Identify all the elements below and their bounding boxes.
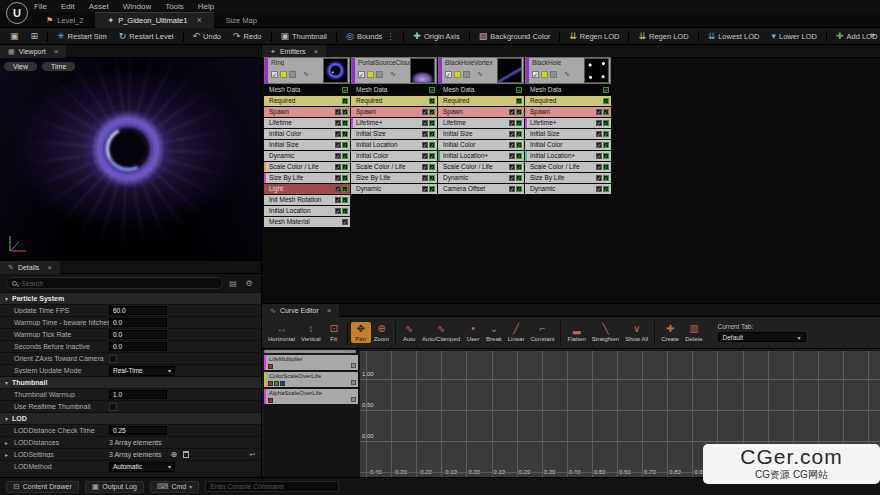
- module-curve-checkbox[interactable]: ✓: [516, 142, 522, 148]
- module-curve-checkbox[interactable]: ✓: [429, 87, 435, 93]
- module-curve-checkbox[interactable]: ✓: [603, 131, 609, 137]
- module-initial-location[interactable]: Initial Location✓✓: [351, 140, 437, 150]
- module-curve-checkbox[interactable]: ✓: [342, 87, 348, 93]
- property-checkbox[interactable]: [109, 355, 117, 363]
- section-header-thumbnail[interactable]: ▾Thumbnail: [0, 376, 261, 388]
- section-header-particle-system[interactable]: ▾Particle System: [0, 292, 261, 304]
- module-enabled-checkbox[interactable]: ✓: [422, 131, 428, 137]
- module-enabled-checkbox[interactable]: ✓: [422, 120, 428, 126]
- property-checkbox[interactable]: [109, 403, 117, 411]
- cmd-dropdown-button[interactable]: ⌨ Cmd ▾: [150, 481, 199, 493]
- module-curve-checkbox[interactable]: ✓: [429, 98, 435, 104]
- curve-tool-create[interactable]: ✚Create: [658, 322, 682, 343]
- emitter-enable-checkbox[interactable]: ✓: [271, 71, 278, 78]
- module-curve-checkbox[interactable]: ✓: [342, 175, 348, 181]
- module-curve-checkbox[interactable]: ✓: [429, 186, 435, 192]
- module-curve-checkbox[interactable]: ✓: [516, 120, 522, 126]
- module-enabled-checkbox[interactable]: ✓: [422, 153, 428, 159]
- module-spawn[interactable]: Spawn✓✓: [438, 107, 524, 117]
- menu-file[interactable]: File: [34, 2, 47, 11]
- module-curve-checkbox[interactable]: ✓: [342, 142, 348, 148]
- menu-help[interactable]: Help: [198, 2, 214, 11]
- module-required[interactable]: Required✓: [264, 96, 350, 106]
- undo-button[interactable]: ↶Undo: [187, 30, 227, 43]
- property-dropdown[interactable]: Real-Time▾: [109, 366, 175, 376]
- curve-tool-horizontal[interactable]: ↔Horizontal: [265, 322, 298, 343]
- restart-sim-button[interactable]: ✳Restart Sim: [51, 30, 113, 43]
- tab-level-2[interactable]: ⚑Level_2: [34, 12, 95, 28]
- module-initial-size[interactable]: Initial Size✓✓: [264, 140, 350, 150]
- module-curve-checkbox[interactable]: ✓: [342, 153, 348, 159]
- curve-toggle[interactable]: [268, 381, 273, 386]
- track-collapse-button[interactable]: [351, 363, 356, 368]
- current-tab-dropdown[interactable]: Default ▾: [718, 332, 806, 342]
- module-initial-location[interactable]: Initial Location+✓✓: [525, 151, 611, 161]
- curve-tool-constant[interactable]: ⌐Constant: [527, 322, 557, 343]
- curve-tool-straighten[interactable]: ╲Straighten: [589, 322, 622, 343]
- search-input[interactable]: [21, 280, 217, 287]
- find-in-content-browser-button[interactable]: ⊞: [25, 30, 45, 43]
- module-enabled-checkbox[interactable]: ✓: [335, 153, 341, 159]
- curve-toggle[interactable]: [280, 381, 285, 386]
- curve-tool-vertical[interactable]: ↕Vertical: [298, 322, 324, 343]
- emitter-enable-checkbox[interactable]: ✓: [358, 71, 365, 78]
- module-mesh-data[interactable]: Mesh Data✓: [525, 85, 611, 95]
- module-curve-checkbox[interactable]: ✓: [429, 131, 435, 137]
- module-size-by-life[interactable]: Size By Life✓✓: [264, 173, 350, 183]
- curve-tool-pan[interactable]: ✥Pan: [351, 322, 371, 343]
- module-lifetime[interactable]: Lifetime+✓✓: [351, 118, 437, 128]
- module-initial-size[interactable]: Initial Size✓✓: [351, 129, 437, 139]
- content-drawer-button[interactable]: ⊟ Content Drawer: [6, 481, 79, 493]
- reset-to-default-icon[interactable]: ↩: [249, 451, 255, 459]
- module-curve-checkbox[interactable]: ✓: [342, 186, 348, 192]
- module-curve-checkbox[interactable]: ✓: [516, 87, 522, 93]
- module-enabled-checkbox[interactable]: ✓: [422, 109, 428, 115]
- module-enabled-checkbox[interactable]: ✓: [596, 153, 602, 159]
- module-initial-size[interactable]: Initial Size✓✓: [438, 129, 524, 139]
- module-curve-checkbox[interactable]: ✓: [342, 164, 348, 170]
- module-enabled-checkbox[interactable]: ✓: [509, 164, 515, 170]
- module-curve-checkbox[interactable]: ✓: [516, 109, 522, 115]
- module-spawn[interactable]: Spawn✓✓: [264, 107, 350, 117]
- output-log-button[interactable]: ▣ Output Log: [85, 481, 144, 493]
- module-size-by-life[interactable]: Size By Life✓✓: [525, 173, 611, 183]
- module-initial-color[interactable]: Initial Color✓✓: [351, 151, 437, 161]
- curve-toggle[interactable]: [274, 381, 279, 386]
- module-enabled-checkbox[interactable]: ✓: [509, 131, 515, 137]
- module-enabled-checkbox[interactable]: ✓: [335, 208, 341, 214]
- module-enabled-checkbox[interactable]: ✓: [335, 186, 341, 192]
- expander-icon[interactable]: ▸: [5, 439, 14, 446]
- expander-icon[interactable]: ▸: [5, 451, 14, 458]
- search-box[interactable]: [6, 277, 223, 289]
- module-dynamic[interactable]: Dynamic✓✓: [438, 173, 524, 183]
- emitter-lit-toggle[interactable]: [550, 71, 557, 78]
- module-curve-checkbox[interactable]: ✓: [603, 98, 609, 104]
- tab-viewport[interactable]: ▦ Viewport ×: [0, 45, 66, 58]
- emitter-solo-button[interactable]: [454, 71, 461, 78]
- emitter-lit-toggle[interactable]: [463, 71, 470, 78]
- toolbar-overflow-chevron-icon[interactable]: »: [870, 30, 875, 40]
- module-curve-checkbox[interactable]: ✓: [429, 142, 435, 148]
- module-initial-color[interactable]: Initial Color✓✓: [525, 140, 611, 150]
- curve-track-colorscaleoverlife[interactable]: ColorScaleOverLife: [264, 372, 358, 387]
- module-camera-offset[interactable]: Camera Offset✓✓: [438, 184, 524, 194]
- module-scale-color-life[interactable]: Scale Color / Life✓✓: [438, 162, 524, 172]
- regen-lod-duplicate-highest-button[interactable]: ⇊Regen LOD: [632, 30, 694, 43]
- module-curve-checkbox[interactable]: ✓: [603, 153, 609, 159]
- module-enabled-checkbox[interactable]: ✓: [509, 120, 515, 126]
- module-init-mesh-rotation[interactable]: Init Mesh Rotation✓✓: [264, 195, 350, 205]
- module-enabled-checkbox[interactable]: ✓: [342, 219, 348, 225]
- curve-toggle[interactable]: [268, 398, 273, 403]
- module-enabled-checkbox[interactable]: ✓: [596, 142, 602, 148]
- module-curve-checkbox[interactable]: ✓: [516, 98, 522, 104]
- unreal-logo[interactable]: U: [6, 2, 28, 24]
- module-curve-checkbox[interactable]: ✓: [603, 186, 609, 192]
- particle-viewport[interactable]: ViewTime: [0, 58, 261, 260]
- curve-tool-break[interactable]: ⌄Break: [483, 322, 505, 343]
- module-curve-checkbox[interactable]: ✓: [603, 175, 609, 181]
- module-size-by-life[interactable]: Size By Life✓✓: [351, 173, 437, 183]
- module-curve-checkbox[interactable]: ✓: [342, 208, 348, 214]
- module-scale-color-life[interactable]: Scale Color / Life✓✓: [525, 162, 611, 172]
- curve-tool-delete[interactable]: ▥Delete: [682, 322, 705, 343]
- module-curve-checkbox[interactable]: ✓: [342, 131, 348, 137]
